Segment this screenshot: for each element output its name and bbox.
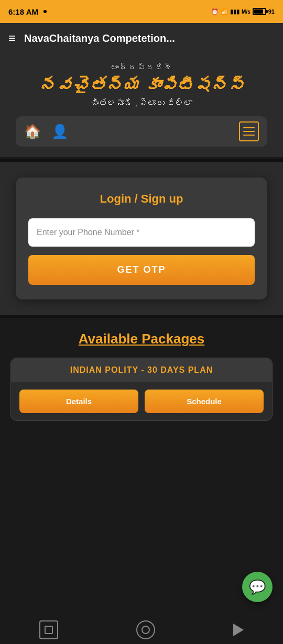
- bottom-nav-back-button[interactable]: [233, 624, 244, 636]
- package-card-title: INDIAN POLITY - 30 DAYS PLAN: [19, 365, 264, 375]
- alarm-icon: ⏰: [211, 8, 219, 15]
- nav-bar: ≡ NavaChaitanya Competetion...: [0, 23, 283, 53]
- package-card-actions: Details Schedule: [11, 382, 272, 420]
- details-button[interactable]: Details: [19, 390, 138, 413]
- login-box: Login / Sign up GET OTP: [16, 177, 267, 299]
- packages-section: Available Packages INDIAN POLITY - 30 DA…: [0, 318, 283, 421]
- login-title: Login / Sign up: [28, 192, 255, 206]
- square-icon: [45, 626, 53, 634]
- nav-title: NavaChaitanya Competetion...: [24, 32, 275, 45]
- package-card-header: INDIAN POLITY - 30 DAYS PLAN: [11, 358, 272, 382]
- battery-icon: [253, 8, 266, 15]
- hamburger-menu-icon[interactable]: ≡: [8, 32, 16, 45]
- phone-input[interactable]: [28, 218, 255, 247]
- chat-fab-button[interactable]: 💬: [242, 572, 273, 602]
- battery-percent: 91: [268, 8, 275, 15]
- back-triangle-icon: [233, 624, 244, 636]
- header-subtitle: ఆంధ్రప్రదేశ్: [10, 63, 273, 72]
- user-icon[interactable]: 👤: [51, 124, 68, 140]
- circle-icon: [142, 626, 150, 634]
- schedule-button[interactable]: Schedule: [145, 390, 264, 413]
- signal-icon: ▮▮▮: [230, 8, 240, 15]
- status-dot: [43, 10, 47, 13]
- packages-title: Available Packages: [10, 331, 273, 347]
- wifi-icon: 📶: [221, 8, 228, 15]
- header-location: చింతలపూడి , పెలూరు జిల్లా: [10, 98, 273, 108]
- icon-nav-bar: 🏠 👤: [16, 116, 267, 147]
- home-icon[interactable]: 🏠: [24, 124, 41, 140]
- bottom-nav-home-button[interactable]: [136, 620, 155, 639]
- bottom-nav-square-button[interactable]: [39, 620, 58, 639]
- login-section: Login / Sign up GET OTP: [0, 162, 283, 315]
- header-section: ఆంధ్రప్రదేశ్ నవచైతన్య కాంపిటీషన్స్ చింతల…: [0, 53, 283, 159]
- bottom-nav: [0, 615, 283, 644]
- status-time: 6:18 AM: [8, 7, 38, 16]
- nav-hamburger-button[interactable]: [239, 121, 259, 141]
- speed-icon: M/s: [242, 9, 251, 15]
- chat-icon: 💬: [249, 579, 266, 595]
- package-card: INDIAN POLITY - 30 DAYS PLAN Details Sch…: [10, 358, 273, 421]
- status-icons: ⏰ 📶 ▮▮▮ M/s 91: [211, 8, 275, 15]
- status-bar: 6:18 AM ⏰ 📶 ▮▮▮ M/s 91: [0, 0, 283, 23]
- header-title: నవచైతన్య కాంపిటీషన్స్: [10, 75, 273, 95]
- get-otp-button[interactable]: GET OTP: [28, 255, 255, 285]
